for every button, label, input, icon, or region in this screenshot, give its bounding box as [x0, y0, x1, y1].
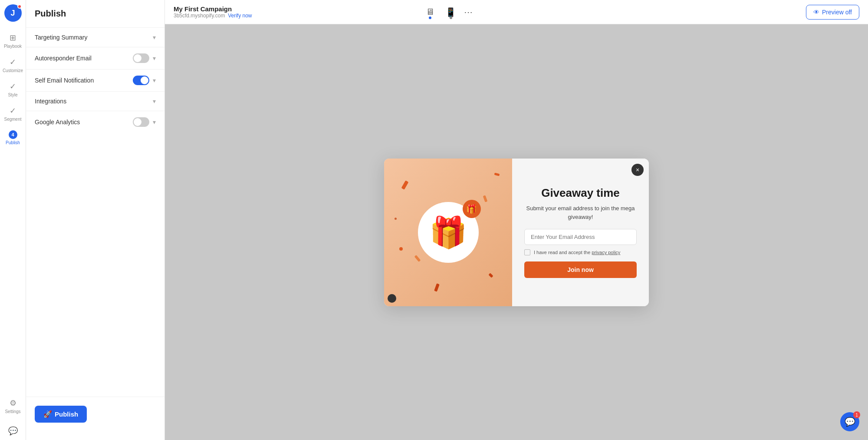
sidebar-item-customize[interactable]: ✓ Customize — [0, 53, 26, 77]
publish-badge: 4 — [9, 130, 17, 139]
eye-icon: 👁 — [813, 9, 819, 16]
gift-badge: 🎁 — [463, 200, 481, 218]
campaign-name: My First Campaign — [174, 5, 252, 13]
popup-bottom-icon — [388, 294, 396, 303]
publish-panel: Publish Targeting Summary ▾ Autoresponde… — [26, 0, 165, 440]
chevron-down-icon: ▾ — [153, 77, 156, 84]
privacy-row: I have read and accept the privacy polic… — [524, 249, 637, 255]
gift-icon: 🎁 — [429, 215, 467, 250]
popup-right-panel: × Giveaway time Submit your email addres… — [512, 159, 649, 306]
integrations-section: Integrations ▾ — [26, 91, 164, 111]
privacy-checkbox[interactable] — [524, 249, 530, 255]
sidebar-item-settings[interactable]: ⚙ Settings — [0, 394, 26, 418]
chevron-down-icon: ▾ — [153, 34, 156, 41]
mobile-view-button[interactable]: 📱 — [443, 4, 459, 20]
privacy-link[interactable]: privacy policy — [592, 250, 620, 255]
targeting-summary-section: Targeting Summary ▾ — [26, 27, 164, 47]
autoresponder-email-row[interactable]: Autoresponder Email ▾ — [35, 47, 156, 69]
google-analytics-row[interactable]: Google Analytics ▾ — [35, 111, 156, 133]
self-email-row[interactable]: Self Email Notification ▾ — [35, 69, 156, 91]
chevron-down-icon: ▾ — [153, 119, 156, 126]
publish-btn-container: 🚀 Publish — [26, 397, 164, 431]
app-logo[interactable]: J — [4, 4, 22, 22]
targeting-summary-row[interactable]: Targeting Summary ▾ — [35, 28, 156, 47]
gift-badge-icon: 🎁 — [466, 204, 477, 214]
settings-icon: ⚙ — [10, 398, 16, 408]
sidebar: J ⊞ Playbook ✓ Customize ✓ Style ✓ Segme… — [0, 0, 26, 440]
join-button[interactable]: Join now — [524, 261, 637, 278]
self-email-toggle[interactable] — [133, 76, 149, 85]
popup-subtitle: Submit your email address to join the me… — [524, 204, 637, 221]
privacy-label: I have read and accept the privacy polic… — [534, 250, 620, 255]
chevron-down-icon: ▾ — [153, 98, 156, 105]
self-email-section: Self Email Notification ▾ — [26, 69, 164, 91]
chat-bubble[interactable]: 💬 1 — [840, 412, 859, 431]
sidebar-item-segment[interactable]: ✓ Segment — [0, 102, 26, 126]
main-area: My First Campaign 3b5cfd.myshopify.com V… — [165, 0, 868, 440]
notification-dot — [17, 4, 22, 9]
sidebar-item-publish[interactable]: 4 Publish — [0, 126, 26, 149]
google-analytics-section: Google Analytics ▾ — [26, 111, 164, 133]
style-icon: ✓ — [10, 82, 16, 91]
autoresponder-toggle[interactable] — [133, 53, 149, 63]
sidebar-item-style[interactable]: ✓ Style — [0, 77, 26, 102]
popup-close-button[interactable]: × — [631, 164, 644, 176]
publish-button[interactable]: 🚀 Publish — [35, 406, 87, 423]
domain-text: 3b5cfd.myshopify.com Verify now — [174, 13, 252, 19]
desktop-icon: 🖥 — [426, 7, 434, 17]
mobile-icon: 📱 — [445, 7, 456, 17]
chat-badge: 1 — [853, 411, 860, 418]
chat-icon: 💬 — [845, 417, 855, 427]
playbook-icon: ⊞ — [10, 33, 16, 43]
topbar: My First Campaign 3b5cfd.myshopify.com V… — [165, 0, 868, 24]
chevron-down-icon: ▾ — [153, 55, 156, 62]
autoresponder-email-section: Autoresponder Email ▾ — [26, 47, 164, 69]
preview-off-button[interactable]: 👁 Preview off — [806, 5, 859, 20]
popup-modal: 🎁 🎁 × Giveaway time Submit your email ad… — [384, 159, 649, 306]
integrations-row[interactable]: Integrations ▾ — [35, 92, 156, 111]
topbar-right: 👁 Preview off — [806, 5, 859, 20]
more-options-icon[interactable]: ⋯ — [464, 7, 473, 17]
customize-icon: ✓ — [10, 57, 16, 67]
sidebar-item-chat[interactable]: 💬 — [0, 422, 26, 440]
popup-title: Giveaway time — [524, 186, 637, 200]
rocket-icon: 🚀 — [43, 410, 52, 418]
chat-icon: 💬 — [8, 426, 18, 436]
email-input[interactable] — [524, 229, 637, 245]
sidebar-item-playbook[interactable]: ⊞ Playbook — [0, 29, 26, 53]
segment-icon: ✓ — [10, 106, 16, 116]
panel-title: Publish — [26, 9, 164, 27]
verify-link[interactable]: Verify now — [228, 13, 252, 19]
device-controls: 🖥 📱 ⋯ — [422, 4, 473, 20]
popup-left-panel: 🎁 🎁 — [384, 159, 512, 306]
preview-content: 🎁 🎁 × Giveaway time Submit your email ad… — [165, 24, 868, 440]
close-icon: × — [636, 166, 639, 173]
google-analytics-toggle[interactable] — [133, 117, 149, 127]
desktop-view-button[interactable]: 🖥 — [422, 4, 438, 20]
campaign-info: My First Campaign 3b5cfd.myshopify.com V… — [174, 5, 252, 19]
